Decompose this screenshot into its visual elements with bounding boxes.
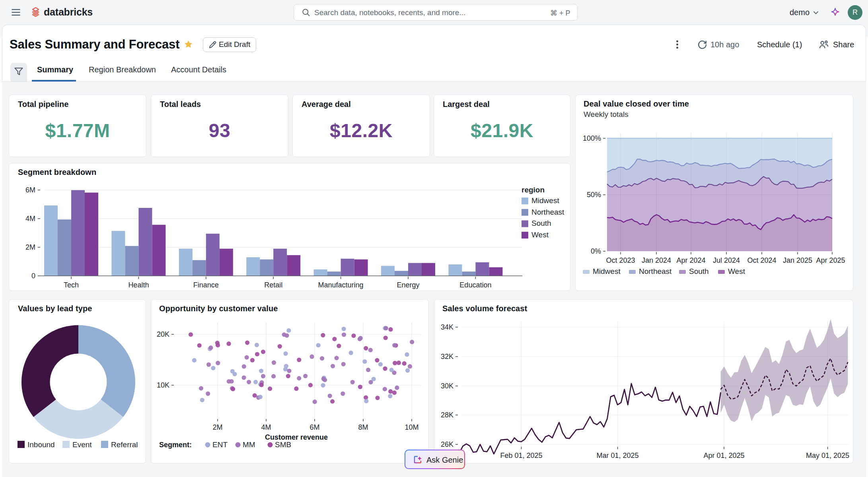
svg-text:28K: 28K [441, 411, 453, 419]
svg-text:Oct 2023: Oct 2023 [606, 256, 635, 264]
svg-text:Feb 01, 2025: Feb 01, 2025 [500, 452, 542, 460]
svg-text:Apr 2024: Apr 2024 [676, 256, 705, 264]
svg-text:2M: 2M [212, 423, 222, 431]
svg-text:Apr 2025: Apr 2025 [816, 256, 845, 264]
svg-text:Manufacturing: Manufacturing [318, 281, 364, 289]
svg-text:4M: 4M [25, 215, 35, 223]
svg-text:Jan 2024: Jan 2024 [642, 256, 671, 264]
svg-text:Tech: Tech [64, 281, 79, 289]
svg-text:10M: 10M [405, 423, 418, 431]
svg-text:Northeast: Northeast [639, 267, 672, 275]
svg-text:100%: 100% [583, 134, 601, 142]
svg-text:Retail: Retail [264, 281, 282, 289]
svg-text:Mar 01, 2025: Mar 01, 2025 [596, 452, 638, 460]
svg-text:Northeast: Northeast [531, 208, 564, 216]
svg-text:0%: 0% [591, 247, 601, 255]
svg-text:Customer revenue: Customer revenue [265, 433, 328, 441]
svg-text:34K: 34K [441, 323, 453, 331]
svg-text:Apr 01, 2025: Apr 01, 2025 [703, 452, 744, 460]
svg-text:ENT: ENT [212, 440, 228, 449]
svg-text:Oct 2024: Oct 2024 [747, 256, 776, 264]
svg-text:32K: 32K [441, 353, 453, 361]
svg-text:Energy: Energy [397, 281, 419, 289]
svg-text:South: South [689, 267, 709, 275]
svg-text:Event: Event [72, 440, 92, 449]
svg-text:20K: 20K [157, 330, 169, 338]
svg-text:Inbound: Inbound [27, 440, 55, 449]
svg-text:4M: 4M [261, 423, 271, 431]
svg-text:West: West [531, 231, 549, 239]
svg-text:8M: 8M [358, 423, 368, 431]
svg-text:Finance: Finance [193, 281, 219, 289]
svg-text:West: West [728, 267, 745, 275]
svg-text:26K: 26K [441, 440, 453, 448]
svg-text:Referral: Referral [111, 440, 138, 449]
svg-text:MM: MM [243, 440, 255, 449]
svg-text:50%: 50% [587, 191, 601, 199]
svg-text:Midwest: Midwest [531, 196, 559, 205]
svg-text:6M: 6M [309, 423, 319, 431]
svg-text:region: region [522, 186, 545, 194]
svg-text:Jan 2025: Jan 2025 [783, 256, 812, 264]
svg-text:6M: 6M [25, 186, 35, 194]
svg-text:10K: 10K [157, 381, 169, 389]
svg-text:0: 0 [31, 272, 35, 280]
svg-text:2M: 2M [25, 243, 35, 251]
svg-text:Jul 2024: Jul 2024 [713, 256, 740, 264]
svg-text:Education: Education [459, 281, 491, 289]
svg-text:Health: Health [128, 281, 149, 289]
svg-text:South: South [531, 219, 551, 227]
svg-text:Midwest: Midwest [593, 267, 621, 275]
svg-text:SMB: SMB [275, 440, 291, 449]
svg-text:Segment:: Segment: [159, 441, 192, 449]
svg-text:30K: 30K [441, 382, 453, 390]
svg-text:May 01, 2025: May 01, 2025 [806, 452, 849, 460]
